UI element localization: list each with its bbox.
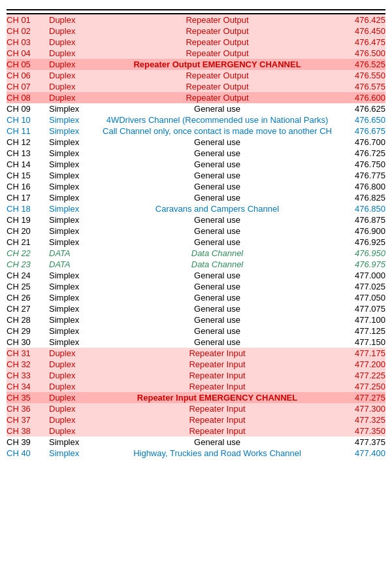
channel-number: CH 03 <box>7 37 49 47</box>
channel-use: Repeater Output <box>101 26 333 36</box>
channel-use: General use <box>101 193 333 203</box>
channel-number: CH 24 <box>7 271 49 280</box>
channel-use: Repeater Output <box>101 48 333 58</box>
channel-type: Duplex <box>49 426 101 436</box>
channel-table: CH 01DuplexRepeater Output476.425CH 02Du… <box>7 14 385 459</box>
channel-type: Simplex <box>49 204 101 214</box>
channel-number: CH 19 <box>7 215 49 225</box>
channel-frequency: 476.625 <box>333 104 385 114</box>
channel-use: General use <box>101 159 333 169</box>
channel-frequency: 477.050 <box>333 293 385 303</box>
channel-frequency: 477.300 <box>333 404 385 414</box>
channel-type: Simplex <box>49 448 101 458</box>
channel-use: General use <box>101 171 333 180</box>
channel-number: CH 16 <box>7 182 49 191</box>
channel-number: CH 12 <box>7 137 49 147</box>
channel-number: CH 28 <box>7 315 49 325</box>
channel-type: Simplex <box>49 193 101 203</box>
channel-number: CH 30 <box>7 337 49 347</box>
channel-use: General use <box>101 337 333 347</box>
channel-number: CH 31 <box>7 348 49 358</box>
table-row: CH 04DuplexRepeater Output476.500 <box>7 48 385 59</box>
table-row: CH 20SimplexGeneral use476.900 <box>7 225 385 237</box>
channel-use: Repeater Output EMERGENCY CHANNEL <box>101 59 333 69</box>
channel-frequency: 477.175 <box>333 348 385 358</box>
channel-number: CH 22 <box>7 248 49 258</box>
channel-number: CH 07 <box>7 82 49 91</box>
channel-type: Duplex <box>49 15 101 25</box>
table-row: CH 16SimplexGeneral use476.800 <box>7 181 385 192</box>
channel-number: CH 34 <box>7 382 49 391</box>
table-row: CH 01DuplexRepeater Output476.425 <box>7 14 385 25</box>
channel-type: Simplex <box>49 159 101 169</box>
channel-use: General use <box>101 104 333 114</box>
table-row: CH 07DuplexRepeater Output476.575 <box>7 81 385 92</box>
channel-number: CH 21 <box>7 237 49 247</box>
channel-frequency: 477.150 <box>333 337 385 347</box>
channel-type: Simplex <box>49 226 101 236</box>
channel-type: DATA <box>49 248 101 258</box>
channel-frequency: 477.000 <box>333 271 385 280</box>
table-row: CH 26SimplexGeneral use477.050 <box>7 292 385 303</box>
channel-frequency: 476.425 <box>333 15 385 25</box>
channel-type: Simplex <box>49 326 101 336</box>
channel-type: Duplex <box>49 26 101 36</box>
channel-type: Duplex <box>49 371 101 380</box>
channel-number: CH 27 <box>7 304 49 314</box>
channel-type: Simplex <box>49 337 101 347</box>
channel-type: Duplex <box>49 348 101 358</box>
channel-use: General use <box>101 282 333 291</box>
channel-frequency: 477.100 <box>333 315 385 325</box>
table-row: CH 40SimplexHighway, Truckies and Road W… <box>7 448 385 459</box>
channel-frequency: 477.125 <box>333 326 385 336</box>
channel-type: Duplex <box>49 59 101 69</box>
table-row: CH 33DuplexRepeater Input477.225 <box>7 370 385 381</box>
channel-number: CH 26 <box>7 293 49 303</box>
channel-use: Repeater Input <box>101 382 333 391</box>
channel-use: Data Channel <box>101 248 333 258</box>
channel-use: General use <box>101 137 333 147</box>
channel-frequency: 476.825 <box>333 193 385 203</box>
channel-frequency: 476.550 <box>333 71 385 80</box>
channel-use: General use <box>101 271 333 280</box>
channel-frequency: 477.200 <box>333 359 385 369</box>
channel-frequency: 476.900 <box>333 226 385 236</box>
table-row: CH 14SimplexGeneral use476.750 <box>7 159 385 170</box>
table-row: CH 39SimplexGeneral use477.375 <box>7 437 385 448</box>
channel-number: CH 15 <box>7 171 49 180</box>
channel-use: General use <box>101 326 333 336</box>
channel-number: CH 10 <box>7 115 49 125</box>
channel-frequency: 477.250 <box>333 382 385 391</box>
channel-use: Repeater Input EMERGENCY CHANNEL <box>101 393 333 403</box>
table-row: CH 23DATAData Channel476.975 <box>7 259 385 270</box>
channel-use: Repeater Input <box>101 359 333 369</box>
table-row: CH 25SimplexGeneral use477.025 <box>7 281 385 292</box>
channel-use: Repeater Input <box>101 415 333 425</box>
channel-type: DATA <box>49 259 101 269</box>
channel-number: CH 14 <box>7 159 49 169</box>
channel-frequency: 476.975 <box>333 259 385 269</box>
channel-type: Simplex <box>49 293 101 303</box>
channel-type: Duplex <box>49 382 101 391</box>
channel-number: CH 02 <box>7 26 49 36</box>
channel-use: General use <box>101 182 333 191</box>
channel-frequency: 476.450 <box>333 26 385 36</box>
table-row: CH 11SimplexCall Channel only, once cont… <box>7 125 385 137</box>
channel-use: Caravans and Campers Channel <box>101 204 333 214</box>
table-row: CH 10Simplex4WDrivers Channel (Recommend… <box>7 114 385 125</box>
channel-type: Simplex <box>49 137 101 147</box>
channel-use: Repeater Output <box>101 37 333 47</box>
channel-type: Simplex <box>49 126 101 136</box>
channel-frequency: 476.850 <box>333 204 385 214</box>
channel-use: Repeater Input <box>101 404 333 414</box>
channel-type: Simplex <box>49 304 101 314</box>
channel-frequency: 476.725 <box>333 148 385 158</box>
channel-type: Simplex <box>49 215 101 225</box>
table-row: CH 30SimplexGeneral use477.150 <box>7 337 385 348</box>
channel-use: Repeater Output <box>101 15 333 25</box>
table-row: CH 37DuplexRepeater Input477.325 <box>7 414 385 425</box>
channel-type: Simplex <box>49 237 101 247</box>
channel-number: CH 33 <box>7 371 49 380</box>
channel-frequency: 476.575 <box>333 82 385 91</box>
table-row: CH 34DuplexRepeater Input477.250 <box>7 381 385 392</box>
